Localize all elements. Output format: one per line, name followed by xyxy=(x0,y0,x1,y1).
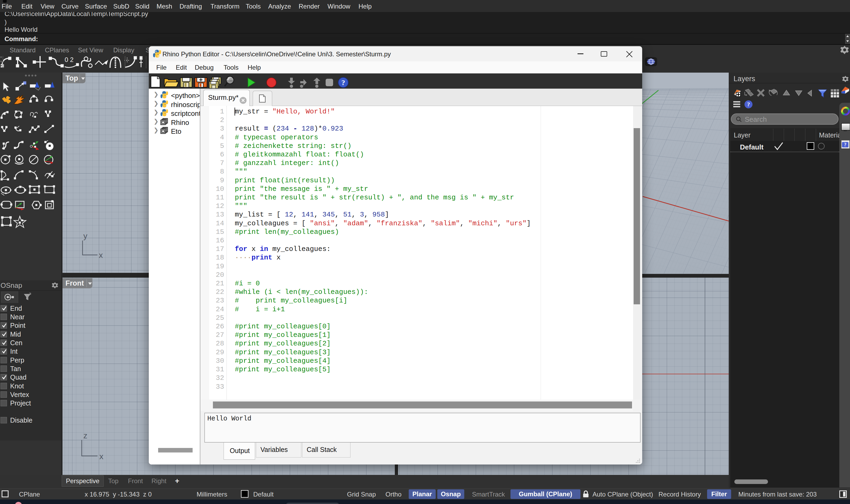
svg-text:x: x xyxy=(99,251,103,259)
svg-text:x: x xyxy=(99,452,103,461)
svg-text:?: ? xyxy=(341,78,345,87)
svg-text:z: z xyxy=(83,431,87,440)
svg-text:y: y xyxy=(83,231,87,240)
